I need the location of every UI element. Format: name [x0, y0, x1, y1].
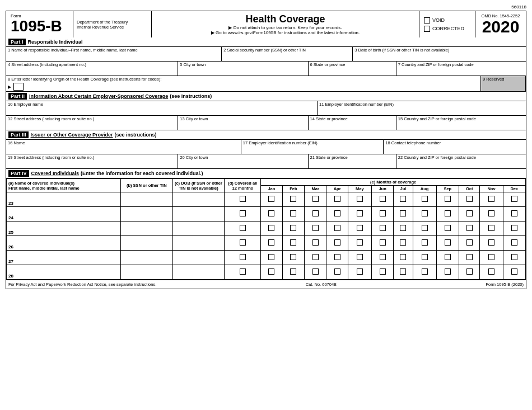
row25-name[interactable]: 25	[7, 222, 121, 236]
row24-month-aug[interactable]	[413, 207, 436, 222]
row26-name[interactable]: 26	[7, 236, 121, 251]
row27-month-oct[interactable]	[459, 251, 480, 265]
row28-month-may[interactable]	[348, 265, 371, 280]
field3-value[interactable]	[354, 53, 524, 60]
field18-value[interactable]	[385, 145, 524, 153]
row28-month-oct[interactable]	[459, 265, 480, 280]
row23-month-jun[interactable]	[371, 192, 393, 207]
corrected-checkbox[interactable]	[424, 26, 430, 32]
row28-month-dec[interactable]	[503, 265, 525, 280]
row23-name[interactable]: 23	[7, 192, 121, 207]
row28-month-mar[interactable]	[305, 265, 326, 280]
field16-value[interactable]	[8, 145, 239, 153]
row27-all12[interactable]	[225, 251, 261, 265]
row28-all12[interactable]	[225, 265, 261, 280]
row27-month-jan[interactable]	[261, 251, 282, 265]
row26-month-dec[interactable]	[503, 236, 525, 251]
row23-dob[interactable]	[172, 192, 225, 207]
row25-month-jan[interactable]	[261, 222, 282, 236]
row24-month-nov[interactable]	[480, 207, 503, 222]
row25-month-mar[interactable]	[305, 222, 326, 236]
row24-month-oct[interactable]	[459, 207, 480, 222]
row27-month-apr[interactable]	[326, 251, 348, 265]
row27-month-aug[interactable]	[413, 251, 436, 265]
row24-month-dec[interactable]	[503, 207, 525, 222]
row26-month-may[interactable]	[348, 236, 371, 251]
row24-month-feb[interactable]	[282, 207, 304, 222]
row25-ssn[interactable]	[120, 222, 172, 236]
field13-value[interactable]	[180, 121, 306, 129]
row24-dob[interactable]	[172, 207, 225, 222]
field11-value[interactable]	[319, 107, 524, 115]
field19-value[interactable]	[8, 160, 176, 168]
row28-month-sep[interactable]	[436, 265, 459, 280]
row23-month-sep[interactable]	[436, 192, 459, 207]
field12-value[interactable]	[8, 121, 176, 129]
row27-month-sep[interactable]	[436, 251, 459, 265]
row26-month-jan[interactable]	[261, 236, 282, 251]
field20-value[interactable]	[180, 160, 306, 168]
field7-value[interactable]	[398, 67, 524, 75]
void-checkbox[interactable]	[424, 17, 430, 23]
row28-month-jul[interactable]	[394, 265, 413, 280]
row24-month-jun[interactable]	[371, 207, 393, 222]
row28-ssn[interactable]	[120, 265, 172, 280]
row26-month-nov[interactable]	[480, 236, 503, 251]
row27-month-nov[interactable]	[480, 251, 503, 265]
row24-month-sep[interactable]	[436, 207, 459, 222]
field10-value[interactable]	[8, 107, 315, 115]
row27-name[interactable]: 27	[7, 251, 121, 265]
field8-input[interactable]	[13, 83, 24, 91]
row26-month-feb[interactable]	[282, 236, 304, 251]
row25-dob[interactable]	[172, 222, 225, 236]
row28-month-jan[interactable]	[261, 265, 282, 280]
row25-month-sep[interactable]	[436, 222, 459, 236]
row25-month-dec[interactable]	[503, 222, 525, 236]
field2-value[interactable]	[223, 53, 351, 60]
row23-all12[interactable]	[225, 192, 261, 207]
field6-value[interactable]	[310, 67, 394, 75]
row25-month-oct[interactable]	[459, 222, 480, 236]
field5-value[interactable]	[180, 67, 306, 75]
row26-month-jun[interactable]	[371, 236, 393, 251]
row24-month-apr[interactable]	[326, 207, 348, 222]
row25-month-nov[interactable]	[480, 222, 503, 236]
row26-dob[interactable]	[172, 236, 225, 251]
row25-month-jul[interactable]	[394, 222, 413, 236]
row23-month-feb[interactable]	[282, 192, 304, 207]
field17-value[interactable]	[243, 145, 382, 153]
row28-month-nov[interactable]	[480, 265, 503, 280]
row24-month-jan[interactable]	[261, 207, 282, 222]
row24-month-mar[interactable]	[305, 207, 326, 222]
field21-value[interactable]	[310, 160, 394, 168]
row23-month-jan[interactable]	[261, 192, 282, 207]
row25-all12[interactable]	[225, 222, 261, 236]
field14-value[interactable]	[310, 121, 394, 129]
row23-month-may[interactable]	[348, 192, 371, 207]
row28-month-feb[interactable]	[282, 265, 304, 280]
row23-month-nov[interactable]	[480, 192, 503, 207]
row26-month-aug[interactable]	[413, 236, 436, 251]
row27-dob[interactable]	[172, 251, 225, 265]
row24-all12[interactable]	[225, 207, 261, 222]
row26-all12[interactable]	[225, 236, 261, 251]
row27-month-mar[interactable]	[305, 251, 326, 265]
row24-name[interactable]: 24	[7, 207, 121, 222]
row23-month-oct[interactable]	[459, 192, 480, 207]
row28-dob[interactable]	[172, 265, 225, 280]
row25-month-jun[interactable]	[371, 222, 393, 236]
field4-value[interactable]	[8, 67, 176, 75]
field15-value[interactable]	[398, 121, 524, 129]
row28-month-aug[interactable]	[413, 265, 436, 280]
row26-month-jul[interactable]	[394, 236, 413, 251]
row28-name[interactable]: 28	[7, 265, 121, 280]
row25-month-feb[interactable]	[282, 222, 304, 236]
row27-month-dec[interactable]	[503, 251, 525, 265]
row26-month-apr[interactable]	[326, 236, 348, 251]
row25-month-aug[interactable]	[413, 222, 436, 236]
row24-month-may[interactable]	[348, 207, 371, 222]
row24-ssn[interactable]	[120, 207, 172, 222]
row28-month-apr[interactable]	[326, 265, 348, 280]
row27-month-jun[interactable]	[371, 251, 393, 265]
row25-month-may[interactable]	[348, 222, 371, 236]
